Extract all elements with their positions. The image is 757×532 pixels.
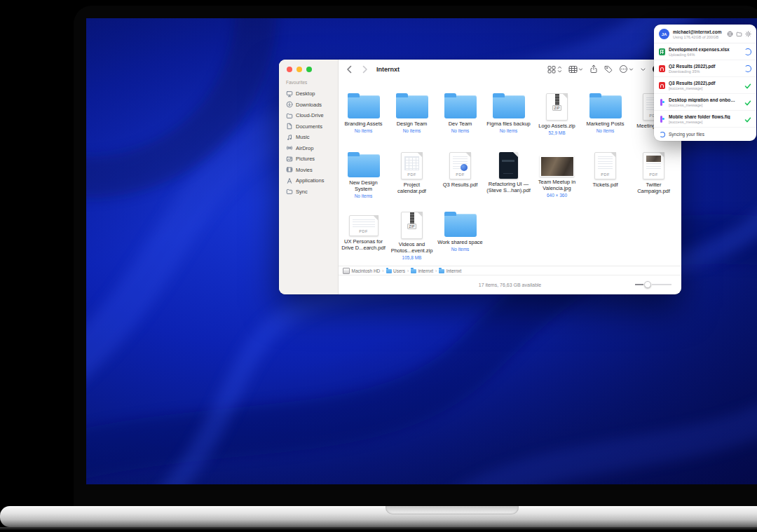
slider-filled-track	[635, 284, 643, 285]
file-item-design-team[interactable]: Design Team No items	[388, 91, 436, 135]
transfer-status: [success_message]	[669, 103, 735, 107]
sync-status-footer: Syncing your files	[654, 128, 756, 141]
transfer-status: Downloading 35%	[669, 69, 735, 74]
sidebar-item-label: Downloads	[296, 102, 322, 108]
transfer-row-development-expenses[interactable]: Development expenses.xlsx Uploading 64%	[654, 43, 756, 60]
more-actions-button[interactable]	[619, 64, 634, 74]
file-item-q3-results-pdf[interactable]: PDF Q3 Results.pdf	[436, 150, 484, 198]
file-item-ux-personas-pdf[interactable]: PDF UX Personas for Drive D...earch.pdf	[339, 210, 388, 260]
path-segment-internxt-user[interactable]: internxt	[411, 268, 433, 273]
path-separator: ›	[407, 268, 409, 273]
path-segment-users[interactable]: Users	[386, 268, 405, 273]
minimize-button[interactable]	[296, 67, 302, 72]
file-item-figma-files-backup[interactable]: Figma files backup No items	[484, 91, 533, 135]
folder-icon	[286, 112, 293, 119]
sidebar-section-label: Favourites	[286, 80, 307, 85]
slider-knob[interactable]	[644, 281, 651, 288]
music-note-icon	[286, 134, 293, 141]
file-sublabel: No items	[451, 247, 470, 252]
file-item-dev-team[interactable]: Dev Team No items	[436, 91, 484, 135]
sidebar-item-movies[interactable]: Movies	[283, 165, 335, 176]
pdf-file-icon: PDF	[349, 215, 378, 236]
sidebar-item-pictures[interactable]: Pictures	[283, 154, 335, 165]
pdf-file-icon: PDF	[449, 152, 471, 179]
transfer-name: Q3 Results (2022).pdf	[669, 81, 735, 86]
share-icon	[589, 64, 598, 74]
applications-icon	[286, 177, 293, 184]
file-sublabel: No items	[355, 128, 373, 133]
path-separator: ›	[435, 268, 437, 273]
sidebar-item-desktop[interactable]: Desktop	[283, 88, 335, 100]
transfer-row-mobile-share-flows[interactable]: Mobile share folder flows.fig [success_m…	[654, 111, 756, 128]
folder-icon[interactable]	[736, 31, 742, 37]
fullscreen-button[interactable]	[306, 67, 312, 72]
sidebar-item-airdrop[interactable]: AirDrop	[283, 143, 335, 154]
file-label: Branding Assets	[344, 121, 382, 128]
file-item-new-design-system[interactable]: New Design System No items	[339, 150, 388, 198]
sidebar-item-music[interactable]: Music	[283, 132, 335, 143]
sidebar-item-documents[interactable]: Documents	[283, 121, 335, 132]
file-item-tickets-pdf[interactable]: PDF Tickets.pdf	[581, 150, 629, 198]
file-sublabel: No items	[355, 193, 373, 198]
file-item-videos-photos-zip[interactable]: ZIP Videos and Photos...event.zip 105,8 …	[388, 210, 436, 260]
pdf-file-icon	[659, 65, 665, 72]
transfer-row-q3-results[interactable]: Q3 Results (2022).pdf [success_message]	[654, 77, 756, 94]
folder-icon	[493, 95, 525, 118]
file-label: Logo Assets.zip	[538, 123, 575, 130]
group-by-button[interactable]	[568, 65, 583, 74]
folder-icon	[444, 95, 477, 118]
transfer-name: Development expenses.xlsx	[669, 47, 735, 52]
account-email: michael@internxt.com	[673, 29, 727, 34]
share-button[interactable]	[589, 64, 598, 74]
file-sublabel: No items	[403, 128, 421, 133]
file-grid-row-2: New Design System No items PDF Project c…	[339, 150, 678, 198]
pdf-badge: PDF	[450, 172, 470, 177]
file-item-twitter-campaign-pdf[interactable]: PDF Twitter Campaign.pdf	[629, 150, 678, 198]
file-item-team-meetup-jpg[interactable]: Team Meetup in Valencia.jpg 640 × 360	[533, 150, 581, 198]
sidebar-item-label: Documents	[296, 123, 322, 130]
file-label: Videos and Photos...event.zip	[389, 242, 435, 254]
sidebar-item-label: Cloud-Drive	[296, 112, 324, 118]
path-segment-macintosh-hd[interactable]: Macintosh HD	[343, 268, 380, 274]
icon-size-slider[interactable]	[635, 281, 671, 288]
gear-icon[interactable]	[745, 31, 751, 37]
file-item-project-calendar-pdf[interactable]: PDF Project calendar.pdf	[388, 150, 436, 198]
pdf-file-icon: PDF	[643, 152, 664, 179]
sidebar-item-sync[interactable]: Sync	[283, 186, 335, 198]
storage-usage: Using 176,42GB of 200GB	[673, 35, 727, 39]
toolbar-overflow-button[interactable]	[640, 65, 646, 74]
view-options-button[interactable]	[547, 65, 562, 74]
file-sublabel: No items	[500, 128, 518, 133]
close-button[interactable]	[287, 67, 292, 72]
window-title: Internxt	[376, 66, 400, 73]
sidebar-item-applications[interactable]: Applications	[283, 175, 335, 186]
transfer-row-q2-results[interactable]: Q2 Results (2022).pdf Downloading 35%	[654, 60, 756, 77]
file-item-branding-assets[interactable]: Branding Assets No items	[339, 91, 388, 135]
laptop-lid-notch	[386, 506, 519, 514]
globe-icon[interactable]	[727, 31, 733, 37]
file-item-logo-assets-zip[interactable]: ZIP Logo Assets.zip 52,9 MB	[533, 91, 581, 135]
file-label: Marketing Posts	[587, 121, 625, 128]
file-label: New Design System	[341, 180, 387, 192]
path-segment-internxt-folder[interactable]: Internxt	[439, 268, 461, 273]
file-item-marketing-posts[interactable]: Marketing Posts No items	[581, 91, 629, 135]
back-button[interactable]	[344, 64, 354, 75]
file-item-refactoring-ui-pdf[interactable]: Refactoring UI — (Steve S...han).pdf	[484, 150, 533, 198]
tag-icon	[604, 65, 613, 74]
path-label: Macintosh HD	[352, 268, 381, 273]
chevron-down-icon	[578, 65, 583, 74]
avatar: JA	[659, 29, 669, 39]
success-check-icon	[744, 96, 751, 109]
file-sublabel: No items	[596, 128, 615, 133]
sidebar-item-downloads[interactable]: Downloads	[283, 100, 335, 111]
forward-button[interactable]	[360, 64, 369, 75]
group-icon	[568, 65, 578, 74]
file-sublabel: 52,9 MB	[548, 130, 565, 135]
progress-spinner-icon	[744, 48, 751, 55]
success-check-icon	[744, 79, 751, 92]
sidebar-item-label: AirDrop	[296, 145, 313, 151]
transfer-row-desktop-migration[interactable]: Desktop migration and onboardi... [succe…	[654, 94, 756, 111]
file-item-work-shared-space[interactable]: Work shared space No items	[436, 210, 484, 260]
tag-button[interactable]	[604, 65, 613, 74]
sidebar-item-cloud-drive[interactable]: Cloud-Drive	[283, 110, 335, 121]
